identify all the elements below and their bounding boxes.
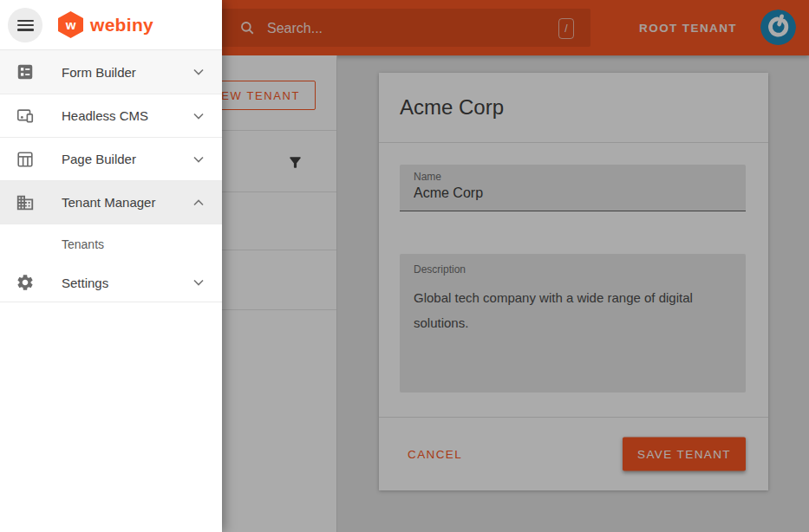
webiny-logo[interactable]: w webiny <box>58 0 153 49</box>
navigation-drawer: w webiny Form Builder <box>0 0 222 532</box>
sidebar-item-label: Tenant Manager <box>62 195 155 210</box>
sidebar-item-label: Headless CMS <box>62 108 148 123</box>
webiny-logo-text: webiny <box>90 15 153 36</box>
sidebar-item-label: Form Builder <box>62 65 136 80</box>
sidebar-item-label: Settings <box>62 276 108 290</box>
menu-toggle-button[interactable] <box>8 8 42 42</box>
chevron-down-icon <box>190 107 207 125</box>
sidebar-item-settings[interactable]: Settings <box>0 263 222 302</box>
drawer-header: w webiny <box>0 0 222 50</box>
tenant-manager-icon <box>15 192 36 213</box>
chevron-down-icon <box>190 63 207 81</box>
chevron-down-icon <box>190 274 207 291</box>
settings-icon <box>15 272 36 293</box>
form-builder-icon <box>15 62 36 82</box>
chevron-down-icon <box>190 151 207 168</box>
sidebar-item-page-builder[interactable]: Page Builder <box>0 138 222 181</box>
hamburger-icon <box>17 20 34 31</box>
sidebar-subitem-tenants[interactable]: Tenants <box>0 224 222 263</box>
sidebar-item-label: Page Builder <box>62 152 136 166</box>
headless-cms-icon <box>15 106 36 127</box>
sidebar-item-tenant-manager[interactable]: Tenant Manager <box>0 181 222 224</box>
page-builder-icon <box>15 149 36 170</box>
chevron-up-icon <box>190 194 207 211</box>
webiny-admin-window: / ROOT TENANT NEW TENANT Acme Corp Name <box>0 0 809 532</box>
sidebar-item-headless-cms[interactable]: Headless CMS <box>0 94 222 138</box>
sidebar-subitem-label: Tenants <box>62 237 104 251</box>
webiny-logo-badge: w <box>58 11 83 38</box>
sidebar-item-form-builder[interactable]: Form Builder <box>0 50 222 94</box>
